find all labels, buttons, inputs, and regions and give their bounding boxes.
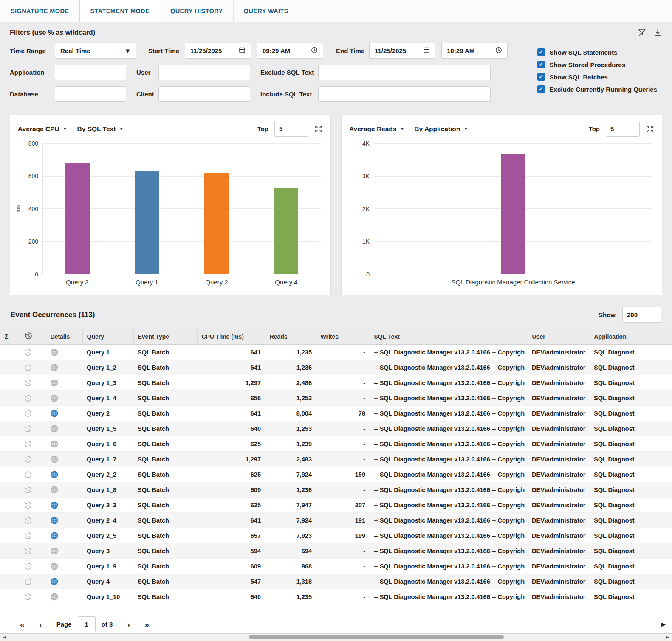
top-count-input[interactable]	[274, 121, 308, 137]
globe-icon[interactable]	[50, 486, 59, 494]
table-row[interactable]: Query 1_9SQL Batch609868--- SQL Diagnost…	[0, 559, 672, 574]
globe-icon[interactable]	[50, 425, 59, 433]
sql-text-cell[interactable]: -- SQL Diagnostic Manager v13.2.0.4166 -…	[370, 391, 528, 406]
history-icon[interactable]	[24, 593, 32, 601]
bar[interactable]	[204, 173, 229, 274]
top-count-input[interactable]	[606, 121, 640, 137]
bar[interactable]	[135, 171, 159, 274]
next-page-button[interactable]: ›	[127, 620, 130, 629]
sql-text-cell[interactable]: -- SQL Diagnostic Manager v13.2.0.4166 -…	[370, 513, 528, 528]
application-input[interactable]	[55, 65, 126, 80]
query-cell[interactable]: Query 3	[82, 543, 133, 559]
time-range-select[interactable]: Real Time ▼	[55, 43, 136, 59]
row-history-cell[interactable]	[20, 482, 46, 498]
globe-icon[interactable]	[50, 470, 59, 479]
row-history-cell[interactable]	[20, 421, 46, 436]
query-cell[interactable]: Query 1_6	[82, 436, 133, 452]
row-details-cell[interactable]	[46, 436, 82, 452]
sql-text-cell[interactable]: -- SQL Diagnostic Manager v13.2.0.4166 -…	[370, 452, 528, 467]
checkbox-icon[interactable]: ✓	[537, 73, 545, 81]
globe-icon[interactable]	[50, 394, 59, 402]
table-row[interactable]: Query 1_7SQL Batch1,2972,483--- SQL Diag…	[0, 452, 672, 467]
scrollbar-thumb[interactable]	[249, 635, 504, 639]
history-icon[interactable]	[24, 332, 33, 340]
globe-icon[interactable]	[50, 562, 59, 571]
database-input[interactable]	[55, 86, 126, 102]
query-cell[interactable]: Query 4	[82, 574, 133, 589]
row-details-cell[interactable]	[46, 345, 82, 360]
history-icon[interactable]	[24, 501, 32, 509]
query-cell[interactable]: Query 2	[82, 406, 133, 421]
history-icon[interactable]	[24, 363, 32, 372]
table-row[interactable]: Query 4SQL Batch5471,318--- SQL Diagnost…	[0, 574, 672, 589]
table-row[interactable]: Query 3SQL Batch594694--- SQL Diagnostic…	[0, 543, 672, 559]
history-icon[interactable]	[24, 531, 32, 540]
row-history-cell[interactable]	[20, 498, 46, 513]
tab-query-waits[interactable]: QUERY WAITS	[234, 0, 299, 22]
row-history-cell[interactable]	[20, 375, 46, 391]
scroll-left-arrow-icon[interactable]: ◀	[1, 634, 8, 640]
globe-icon[interactable]	[50, 577, 59, 586]
column-history[interactable]	[20, 329, 46, 345]
table-row[interactable]: Query 1SQL Batch6411,235--- SQL Diagnost…	[0, 345, 672, 360]
tab-statement-mode[interactable]: STATEMENT MODE	[79, 0, 160, 22]
last-page-button[interactable]: »	[144, 620, 149, 629]
globe-icon[interactable]	[50, 379, 59, 387]
table-row[interactable]: Query 1_10SQL Batch6401,235--- SQL Diagn…	[0, 589, 672, 604]
row-history-cell[interactable]	[20, 452, 46, 467]
checkbox-icon[interactable]: ✓	[537, 61, 545, 68]
table-row[interactable]: Query 1_4SQL Batch6561,252--- SQL Diagno…	[0, 391, 672, 406]
history-icon[interactable]	[24, 348, 32, 357]
history-icon[interactable]	[24, 394, 32, 402]
table-row[interactable]: Query 2_2SQL Batch6257,924159-- SQL Diag…	[0, 467, 672, 482]
row-details-cell[interactable]	[46, 559, 82, 574]
row-details-cell[interactable]	[46, 375, 82, 391]
sql-text-cell[interactable]: -- SQL Diagnostic Manager v13.2.0.4166 -…	[370, 436, 528, 452]
sql-text-cell[interactable]: -- SQL Diagnostic Manager v13.2.0.4166 -…	[370, 375, 528, 391]
row-history-cell[interactable]	[20, 513, 46, 528]
sql-text-cell[interactable]: -- SQL Diagnostic Manager v13.2.0.4166 -…	[370, 528, 528, 543]
globe-icon[interactable]	[50, 531, 59, 540]
globe-icon[interactable]	[50, 348, 59, 357]
query-cell[interactable]: Query 1_4	[82, 391, 133, 406]
scroll-right-arrow-icon[interactable]: ▶	[664, 634, 671, 640]
globe-icon[interactable]	[50, 516, 59, 525]
first-page-button[interactable]: «	[20, 620, 25, 629]
bar[interactable]	[65, 163, 90, 274]
query-cell[interactable]: Query 1_3	[82, 375, 133, 391]
query-cell[interactable]: Query 1_10	[82, 589, 133, 604]
table-row[interactable]: Query 1_2SQL Batch6411,236--- SQL Diagno…	[0, 360, 672, 375]
column-sigma[interactable]: Σ	[0, 329, 20, 345]
column-writes[interactable]: Writes	[316, 329, 370, 345]
calendar-icon[interactable]	[239, 47, 246, 55]
sql-text-cell[interactable]: -- SQL Diagnostic Manager v13.2.0.4166 -…	[370, 467, 528, 482]
clear-filters-icon[interactable]	[638, 28, 647, 37]
row-history-cell[interactable]	[20, 360, 46, 375]
row-history-cell[interactable]	[20, 574, 46, 589]
history-icon[interactable]	[24, 409, 32, 418]
column-sql-text[interactable]: SQL Text	[370, 329, 528, 345]
globe-icon[interactable]	[50, 593, 59, 601]
history-icon[interactable]	[24, 577, 32, 586]
column-reads[interactable]: Reads	[265, 329, 316, 345]
table-row[interactable]: Query 2_5SQL Batch6577,923199-- SQL Diag…	[0, 528, 672, 543]
table-row[interactable]: Query 2_3SQL Batch6257,947207-- SQL Diag…	[0, 498, 672, 513]
row-details-cell[interactable]	[46, 391, 82, 406]
column-query[interactable]: Query	[82, 329, 133, 345]
column-user[interactable]: User	[528, 329, 590, 345]
row-details-cell[interactable]	[46, 467, 82, 482]
calendar-icon[interactable]	[423, 47, 430, 55]
clock-icon[interactable]	[495, 47, 502, 55]
row-details-cell[interactable]	[46, 452, 82, 467]
history-icon[interactable]	[24, 486, 32, 494]
query-cell[interactable]: Query 1_5	[82, 421, 133, 436]
history-icon[interactable]	[24, 455, 32, 464]
query-cell[interactable]: Query 1_2	[82, 360, 133, 375]
row-history-cell[interactable]	[20, 391, 46, 406]
column-details[interactable]: Details	[46, 329, 82, 345]
table-row[interactable]: Query 1_8SQL Batch6091,236--- SQL Diagno…	[0, 482, 672, 498]
metric-select[interactable]: Average Reads ▼	[349, 125, 404, 133]
bar[interactable]	[274, 188, 298, 274]
column-cpu-time[interactable]: CPU Time (ms)	[197, 329, 265, 345]
history-icon[interactable]	[24, 425, 32, 433]
